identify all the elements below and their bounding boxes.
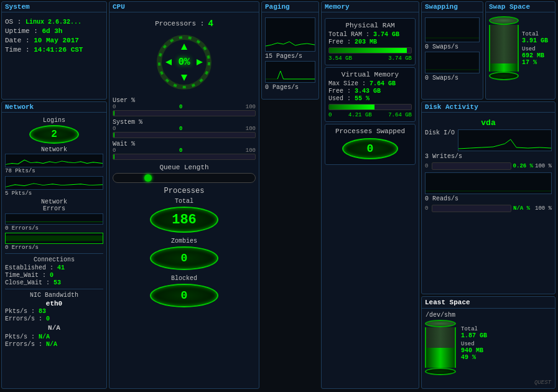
wait-bar-min: 0 [113, 147, 116, 154]
swap-used-label: Used [522, 46, 548, 52]
vmem-bar-track [328, 104, 412, 110]
least-space-cylinder: /dev/shm [425, 312, 456, 375]
logins-value: 2 [29, 125, 79, 144]
date-row: Date : 10 May 2017 [5, 37, 103, 44]
vmem-bar-labels: 0 4.21 GB 7.64 GB [328, 112, 412, 118]
read-bar-min: 0 [425, 205, 430, 212]
eth0-pkts-value: 83 [39, 308, 46, 315]
disk-io-label: Disk I/O [425, 129, 455, 136]
net-errors-1: 0 Errors/s [5, 225, 103, 231]
cpu-title: CPU [109, 2, 259, 12]
user-bar-max: 100 [246, 104, 256, 110]
processes-section: Processes Total 186 Zombies 0 Blocked 0 [113, 187, 256, 307]
vmem-bar-min: 0 [328, 112, 332, 118]
system-pct-bar [113, 132, 256, 138]
blocked-label: Blocked [113, 275, 256, 282]
least-cyl-body [425, 327, 456, 368]
swap-used-value: 692 MB [522, 52, 548, 59]
root-container: System OS : Linux 2.6.32... Uptime : 6d … [0, 0, 558, 392]
vfree-value: 3.43 GB [355, 88, 381, 95]
queue-track [113, 173, 256, 183]
eth0-errors-row: Errors/s : 0 [5, 315, 103, 322]
network-panel: Network Logins 2 Network 78 Pkts/s [1, 101, 107, 389]
cyl-top [489, 16, 519, 25]
uptime-row: Uptime : 6d 3h [5, 27, 103, 35]
least-pct-value: 49 % [461, 354, 487, 361]
na-label: N/A [5, 324, 103, 332]
zombies-value: 0 [150, 246, 218, 270]
eth0-pkts-label: Pkts/s : [5, 308, 35, 315]
disk-activity-title: Disk Activity [422, 102, 555, 113]
least-cyl-fill [426, 348, 455, 368]
ram-bar-total: 3.74 GB [388, 55, 412, 62]
disk-io-section: Disk I/O [425, 129, 552, 152]
processors-row: Processors : 4 [113, 19, 256, 29]
eth0-errors-label: Errors/s : [5, 315, 42, 322]
svg-rect-1 [6, 236, 103, 241]
date-value: 10 May 2017 [34, 37, 79, 44]
total-label: Total [113, 198, 256, 205]
net-section-label: Network [5, 146, 103, 153]
branding-logo: QUEST [534, 380, 551, 386]
timewait-row: Time_Wait : 0 [5, 272, 103, 279]
write-bar-track [432, 162, 511, 170]
time-label: Time : [5, 46, 30, 54]
read-max: 100 % [535, 205, 552, 212]
net-pkts-2: 5 Pkts/s [5, 190, 103, 197]
closewait-row: Close_Wait : 53 [5, 279, 103, 286]
user-pct-bar [113, 110, 256, 116]
total-ram-row: Total RAM : 3.74 GB [328, 31, 412, 38]
vmem-bar-used: 4.21 GB [348, 112, 372, 118]
ram-bar-fill [329, 48, 407, 53]
free-ram-value: 203 MB [355, 39, 377, 45]
system-panel: System OS : Linux 2.6.32... Uptime : 6d … [1, 1, 107, 100]
queue-label: Queue Length [113, 164, 256, 171]
user-pct-label: User % [113, 97, 256, 104]
timewait-value: 0 [50, 272, 53, 279]
network-title: Network [2, 102, 106, 113]
user-pct-fill [113, 111, 114, 116]
processes-swapped-value: 0 [342, 138, 398, 159]
swapping-graph-1 [425, 17, 480, 42]
least-cyl-bottom [425, 368, 456, 375]
wait-pct-bar [113, 154, 256, 160]
eth0-label: eth0 [5, 300, 103, 307]
system-pct-fill [113, 133, 114, 138]
eth0-errors-value: 0 [46, 315, 50, 322]
processors-value: 4 [208, 19, 213, 29]
date-label: Date : [5, 37, 30, 44]
paging-graph-2 [265, 61, 315, 83]
user-bar-val: 0 [179, 104, 182, 110]
least-used-value: 940 MB [461, 347, 487, 354]
net-pkts-1: 78 Pkts/s [5, 168, 103, 174]
user-bar-markers: 0 0 100 [113, 104, 256, 110]
virtual-mem-section: Virtual Memory Max Size : 7.64 GB Free :… [325, 67, 416, 122]
wait-pct-fill [113, 154, 114, 159]
swapping-val-2: 0 Swaps/s [425, 75, 480, 82]
swapping-val-1: 0 Swaps/s [425, 44, 480, 50]
system-pct-section: System % 0 0 100 [113, 119, 256, 138]
network-errors-graph-1 [5, 213, 103, 225]
disk-device: vda [425, 118, 552, 128]
write-pct: 0.26 % [513, 163, 533, 169]
established-row: Established : 41 [5, 264, 103, 271]
established-value: 41 [57, 264, 65, 271]
system-title: System [2, 2, 106, 12]
read-pct: N/A % [513, 205, 533, 212]
least-space-title: Least Space [422, 297, 555, 309]
physical-ram-label: Physical RAM [328, 22, 412, 29]
wait-bar-val: 0 [179, 147, 182, 154]
net-errors-2: 0 Errors/s [5, 245, 103, 251]
least-space-label: Least Space [425, 299, 470, 306]
read-bar-row: 0 N/A % 100 % [425, 205, 552, 212]
swap-space-title: Swap Space [486, 2, 555, 12]
na-errors-label: Errors/s : [5, 341, 42, 348]
queue-indicator [144, 174, 152, 182]
vused-row: Used : 55 % [328, 95, 412, 102]
least-total-value: 1.87 GB [461, 332, 487, 339]
logins-label: Logins [5, 117, 103, 124]
nic-bandwidth-label: NIC Bandwidth [5, 292, 103, 299]
disk-graphs [458, 129, 552, 152]
swap-stats: Total 3.91 GB Used 692 MB 17 % [522, 31, 548, 66]
system-bar-markers: 0 0 100 [113, 126, 256, 132]
